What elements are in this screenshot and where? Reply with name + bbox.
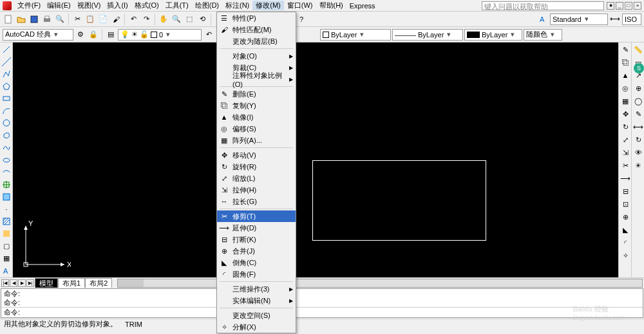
minimize-icon[interactable]: _ bbox=[616, 2, 623, 10]
menu-item[interactable]: 对象(O)▶ bbox=[217, 50, 296, 62]
help-search[interactable]: 键入问题以获取帮助 bbox=[482, 1, 604, 10]
ellipse-icon[interactable] bbox=[1, 154, 12, 165]
hatch-icon[interactable] bbox=[1, 216, 12, 227]
undo-icon[interactable]: ↶ bbox=[128, 14, 139, 25]
dsview-icon[interactable]: 👁 bbox=[632, 147, 644, 158]
arc-icon[interactable] bbox=[1, 106, 12, 116]
lweight-combo[interactable]: ByLayer▾ bbox=[464, 29, 522, 41]
menu-item[interactable]: 更改为随层(B) bbox=[217, 35, 296, 47]
ws-gear-icon[interactable]: ⚙ bbox=[75, 29, 86, 41]
tol-icon[interactable]: ⊕ bbox=[632, 82, 644, 94]
line-icon[interactable] bbox=[1, 44, 12, 55]
pan-icon[interactable]: ✋ bbox=[158, 14, 169, 25]
redo-icon[interactable]: ↷ bbox=[140, 14, 152, 25]
menu-item[interactable]: ↔拉长(G) bbox=[217, 196, 296, 207]
xline-icon[interactable] bbox=[1, 56, 12, 67]
print-icon[interactable] bbox=[41, 14, 53, 25]
menu-item[interactable]: 三维操作(3)▶ bbox=[217, 283, 296, 295]
menu-item[interactable]: ✎删除(E) bbox=[217, 88, 296, 100]
gradient-icon[interactable] bbox=[1, 228, 12, 239]
cut-icon[interactable]: ✂ bbox=[71, 14, 83, 25]
dim-icon[interactable]: ⟷ bbox=[609, 14, 621, 25]
copy2-icon[interactable]: ⿻ bbox=[620, 57, 631, 68]
stretch-icon[interactable]: ⇲ bbox=[620, 147, 631, 158]
star-icon[interactable]: ★ bbox=[607, 2, 614, 10]
tab-first-icon[interactable]: |◀ bbox=[1, 279, 9, 287]
menu-item[interactable]: ⤢缩放(L) bbox=[217, 172, 296, 184]
tab-prev-icon[interactable]: ◀ bbox=[10, 279, 17, 287]
paste-icon[interactable]: 📄 bbox=[97, 14, 109, 25]
color-combo[interactable]: ByLayer▾ bbox=[320, 29, 391, 41]
menu-item[interactable]: 注释性对象比例(O)▶ bbox=[217, 73, 296, 85]
hscroll[interactable] bbox=[117, 279, 643, 288]
menu-item[interactable]: 更改空间(S) bbox=[217, 310, 296, 321]
matchprop-icon[interactable]: 🖌 bbox=[110, 14, 122, 25]
offset-icon[interactable]: ◎ bbox=[620, 82, 631, 94]
spline-icon[interactable] bbox=[1, 142, 12, 153]
move-icon[interactable]: ✥ bbox=[620, 108, 631, 120]
fillet-icon[interactable]: ◜ bbox=[620, 237, 631, 248]
layer-combo[interactable]: 💡 ☀ 🔓 0▾ bbox=[118, 29, 202, 41]
menu-item[interactable]: 🖌特性匹配(M) bbox=[217, 24, 296, 35]
menu-item[interactable]: ⊟打断(K) bbox=[217, 234, 296, 245]
menu-item[interactable]: ✥移动(V) bbox=[217, 149, 296, 161]
dist-icon[interactable]: 📏 bbox=[632, 44, 644, 55]
menu-item[interactable]: ◜圆角(F) bbox=[217, 268, 296, 280]
menu-item[interactable]: ⿻复制(Y) bbox=[217, 100, 296, 111]
menu-draw[interactable]: 绘图(D) bbox=[192, 1, 222, 10]
menu-tools[interactable]: 工具(T) bbox=[162, 1, 192, 10]
hscroll-thumb[interactable] bbox=[118, 279, 144, 287]
open-icon[interactable] bbox=[15, 14, 27, 25]
tab-next-icon[interactable]: ▶ bbox=[18, 279, 26, 287]
anno-icon[interactable]: A bbox=[537, 14, 549, 25]
mirror-icon[interactable]: ▲ bbox=[620, 70, 631, 81]
textstyle-combo[interactable]: Standard▾ bbox=[550, 14, 608, 25]
drawing-canvas[interactable]: │ X Y bbox=[13, 42, 618, 277]
render-icon[interactable]: ☀ bbox=[632, 160, 644, 171]
break-icon[interactable]: ⊡ bbox=[620, 198, 631, 210]
dimupd-icon[interactable]: ↻ bbox=[632, 134, 644, 145]
dimalign-icon[interactable]: ⟷ bbox=[632, 121, 644, 133]
array-icon[interactable]: ▦ bbox=[620, 95, 631, 107]
iso-combo[interactable]: ISO bbox=[622, 14, 641, 25]
layer-mgr-icon[interactable]: ▤ bbox=[105, 29, 117, 41]
menu-window[interactable]: 窗口(W) bbox=[284, 1, 316, 10]
point-icon[interactable]: · bbox=[1, 203, 12, 214]
menu-view[interactable]: 视图(V) bbox=[74, 1, 104, 10]
chamfer-icon[interactable]: ◣ bbox=[620, 224, 631, 236]
menu-item[interactable]: ▲镜像(I) bbox=[217, 111, 296, 123]
scale-icon[interactable]: ⤢ bbox=[620, 134, 631, 145]
menu-format[interactable]: 格式(O) bbox=[131, 1, 162, 10]
menu-item[interactable]: ↻旋转(R) bbox=[217, 161, 296, 172]
dimed-icon[interactable]: ✎ bbox=[632, 108, 644, 120]
menu-item[interactable]: ✂修剪(T) bbox=[217, 210, 296, 222]
join-icon[interactable]: ⊕ bbox=[620, 211, 631, 223]
menu-item[interactable]: ◣倒角(C) bbox=[217, 257, 296, 268]
tab-layout1[interactable]: 布局1 bbox=[58, 278, 85, 288]
comm-center-icon[interactable]: S bbox=[634, 63, 644, 73]
explode-icon[interactable]: ✧ bbox=[620, 250, 631, 261]
trim-icon[interactable]: ✂ bbox=[620, 160, 631, 171]
breakpt-icon[interactable]: ⊟ bbox=[620, 185, 631, 197]
menu-edit[interactable]: 编辑(E) bbox=[44, 1, 74, 10]
ellipsearc-icon[interactable] bbox=[1, 167, 12, 178]
menu-insert[interactable]: 插入(I) bbox=[104, 1, 131, 10]
copy-icon[interactable]: 📋 bbox=[84, 14, 96, 25]
menu-dim[interactable]: 标注(N) bbox=[222, 1, 252, 10]
polygon-icon[interactable] bbox=[1, 80, 12, 91]
menu-file[interactable]: 文件(F) bbox=[14, 1, 44, 10]
insert-icon[interactable] bbox=[1, 179, 12, 190]
pline-icon[interactable] bbox=[1, 68, 12, 79]
tab-layout2[interactable]: 布局2 bbox=[85, 278, 112, 288]
zoomwin-icon[interactable]: ⬚ bbox=[184, 14, 195, 25]
menu-item[interactable]: ⟶延伸(D) bbox=[217, 222, 296, 234]
zoom-icon[interactable]: 🔍 bbox=[171, 14, 182, 25]
menu-item[interactable]: ☰特性(P) bbox=[217, 12, 296, 24]
menu-item[interactable]: ✧分解(X) bbox=[217, 321, 296, 333]
ltype-combo[interactable]: ———ByLayer▾ bbox=[392, 29, 463, 41]
region-icon[interactable]: ▢ bbox=[1, 241, 12, 252]
erase-icon[interactable]: ✎ bbox=[620, 44, 631, 55]
tab-last-icon[interactable]: ▶| bbox=[26, 279, 34, 287]
menu-express[interactable]: Express bbox=[346, 2, 379, 10]
restore-icon[interactable]: □ bbox=[625, 2, 632, 10]
